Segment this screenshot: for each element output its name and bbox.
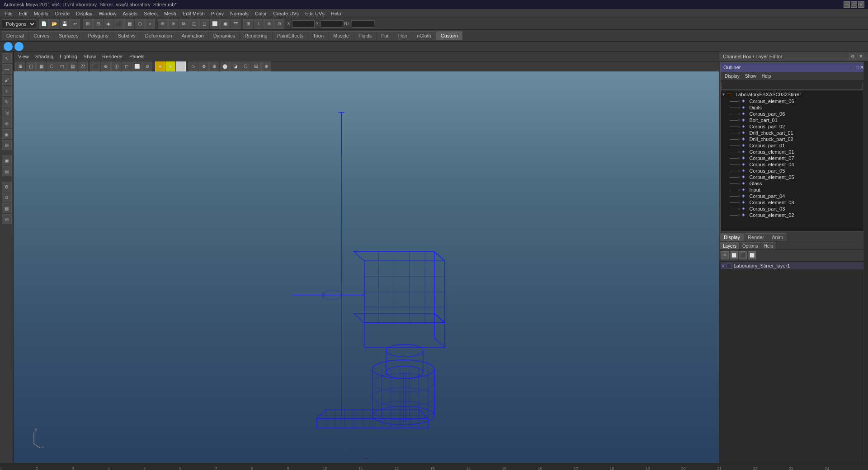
outliner-item[interactable]: ——○ ◈ Corpus_part_04 [721,193,867,199]
minimize-button[interactable]: — [844,1,850,8]
maximize-button[interactable]: □ [851,1,857,8]
outliner-search-input[interactable] [722,82,863,90]
tab-custom[interactable]: Custom [436,31,462,40]
paint-tool[interactable]: 🖌 [2,75,12,85]
outliner-item[interactable]: ——○ ◈ Corpus_part_06 [721,111,867,117]
viewport-menu-panels[interactable]: Panels [127,53,147,60]
outliner-item[interactable]: ——○ ◈ Digits [721,104,867,111]
tb4[interactable]: ⊟ [93,19,103,29]
menu-proxy[interactable]: Proxy [208,10,226,17]
layer-subtab-help[interactable]: Help [761,242,776,249]
vp-tb20[interactable]: ⊟ [251,61,261,71]
outliner-root-item[interactable]: ▼ ⬚ LaboratoryFBXASC032Stirrer [721,91,867,98]
tab-deformation[interactable]: Deformation [141,31,177,40]
tb5[interactable]: ◈ [104,19,113,29]
outliner-item[interactable]: ——○ ◈ Corpus_element_02 [721,212,867,218]
vp-tb5[interactable]: ◻ [57,61,67,71]
universal-manip[interactable]: ⊕ [2,118,12,128]
viewport-menu-show[interactable]: Show [81,53,99,60]
tb3[interactable]: ⊞ [83,19,93,29]
open-scene-btn[interactable]: 📂 [49,19,59,29]
vp-tb17[interactable]: ⬤ [220,61,230,71]
vp-tb4[interactable]: ⬡ [47,61,57,71]
light-btn2[interactable]: ● [165,61,175,71]
vp-tb2[interactable]: ◫ [26,61,36,71]
move-tool[interactable]: ✛ [2,86,12,96]
y-input[interactable] [321,20,343,28]
menu-edit[interactable]: Edit [16,10,30,17]
tab-subdivs[interactable]: Subdivs [113,31,140,40]
tab-muscle[interactable]: Muscle [329,31,354,40]
tab-painteffects[interactable]: PaintEffects [273,31,308,40]
outliner-item[interactable]: ——○ ◈ Input [721,187,867,193]
channel-box-btn[interactable]: ▦ [2,203,12,213]
tb16[interactable]: ▣ [220,19,230,29]
soft-mod[interactable]: ◉ [2,129,12,139]
tb17[interactable]: ⁇ [231,19,241,29]
tb7[interactable]: ▦ [124,19,134,29]
layer-row[interactable]: V Laboratory_Stirrer_layer1 [721,262,867,269]
menu-edit-uvs[interactable]: Edit UVs [302,10,327,17]
vp-tb1[interactable]: ⊞ [15,61,25,71]
attr-editor[interactable]: ⊟ [2,214,12,224]
tb13[interactable]: ◫ [189,19,199,29]
tab-surfaces[interactable]: Surfaces [54,31,83,40]
menu-mesh[interactable]: Mesh [161,10,179,17]
outliner-item[interactable]: ——○ ◈ Corpus_element_06 [721,98,867,104]
outliner-item[interactable]: ——○ ◈ Glass [721,180,867,187]
rotate-tool[interactable]: ↻ [2,97,12,107]
viewport-menu-renderer[interactable]: Renderer [99,53,126,60]
tb8[interactable]: ⬡ [135,19,145,29]
vp-tb8[interactable]: ⬛ [90,61,100,71]
outliner-item[interactable]: ——○ ◈ Corpus_element_08 [721,199,867,206]
outliner-menu-help[interactable]: Help [760,73,774,79]
tab-general[interactable]: General [2,31,28,40]
tab-dynamics[interactable]: Dynamics [209,31,240,40]
outliner-max-btn[interactable]: □ [856,65,859,70]
outliner-item[interactable]: ——○ ◈ Drill_chuck_part_01 [721,130,867,136]
tab-hair[interactable]: Hair [394,31,412,40]
outliner-item[interactable]: ——○ ◈ Corpus_element_01 [721,149,867,155]
menu-display[interactable]: Display [73,10,95,17]
menu-file[interactable]: File [2,10,15,17]
vp-tb7[interactable]: ⁇ [78,61,88,71]
tab-fluids[interactable]: Fluids [354,31,376,40]
menu-create[interactable]: Create [52,10,72,17]
vp-tb9[interactable]: ⊕ [101,61,111,71]
scale-tool[interactable]: ⇲ [2,108,12,118]
vp-tb18[interactable]: ◪ [230,61,240,71]
check-circle-2[interactable] [14,42,24,51]
outliner-titlebar[interactable]: Outliner — □ ✕ [721,63,867,72]
outliner-item[interactable]: ——○ ◈ Corpus_element_04 [721,161,867,168]
viewport-menu-shading[interactable]: Shading [33,53,56,60]
outliner-menu-display[interactable]: Display [722,73,742,79]
vp-tb19[interactable]: ⬡ [241,61,250,71]
history[interactable]: ⧉ [2,193,12,202]
tb15[interactable]: ⬜ [210,19,220,29]
ipr-btn[interactable]: ▤ [2,166,12,176]
layer-tab-display[interactable]: Display [720,233,744,241]
snap-view-btn[interactable]: ⊙ [274,19,284,29]
outliner-item[interactable]: ——○ ◈ Corpus_part_01 [721,142,867,149]
snap-point-btn[interactable]: ⊕ [264,19,274,29]
outliner-min-btn[interactable]: — [850,65,855,70]
check-circle-1[interactable] [4,42,13,51]
tab-curves[interactable]: Curves [29,31,54,40]
menu-window[interactable]: Window [96,10,119,17]
tb14[interactable]: ◻ [199,19,209,29]
lasso-tool[interactable]: ⊶ [2,64,12,74]
undo-btn[interactable]: ↩ [70,19,80,29]
menu-modify[interactable]: Modify [31,10,51,17]
cb-settings-btn[interactable]: ⚙ [849,53,856,60]
outliner-item[interactable]: ——○ ◈ Corpus_part_05 [721,168,867,174]
layer-tab-anim[interactable]: Anim [768,233,787,241]
layer-reference-btn[interactable]: ⬜ [748,251,756,259]
select-tool[interactable]: ↖ [2,53,12,63]
tb9[interactable]: ○ [145,19,155,29]
vp-tb16[interactable]: ⊞ [209,61,219,71]
close-button[interactable]: ✕ [858,1,864,8]
show-manip[interactable]: ⊞ [2,140,12,150]
vp-tb3[interactable]: ▦ [36,61,46,71]
tb6[interactable]: ⬛ [114,19,124,29]
menu-color[interactable]: Color [252,10,269,17]
